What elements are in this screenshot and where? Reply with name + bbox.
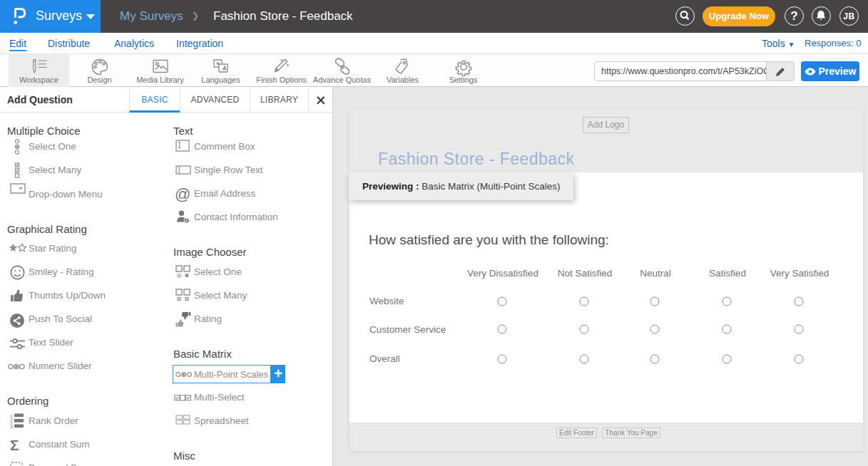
svg-text:1: 1	[10, 414, 13, 419]
svg-text:3: 3	[10, 424, 13, 428]
svg-text:2: 2	[10, 419, 13, 424]
svg-text:i: i	[186, 218, 188, 223]
